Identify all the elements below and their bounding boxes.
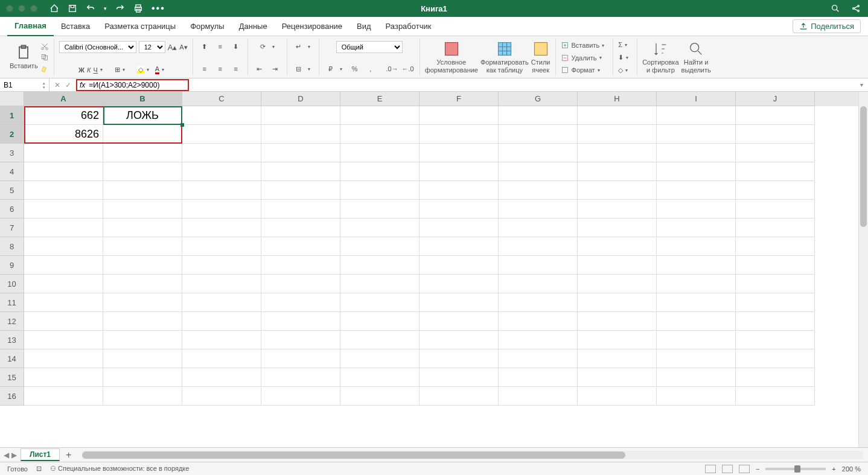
align-center-icon[interactable]: ≡ [214,63,227,74]
cell-F8[interactable] [420,237,499,256]
row-header[interactable]: 4 [0,162,24,181]
cell-J8[interactable] [736,237,815,256]
cell-H9[interactable] [578,256,657,275]
select-all-corner[interactable] [0,92,24,106]
column-header[interactable]: A [24,92,103,106]
undo-dropdown[interactable]: ▾ [104,5,107,11]
format-table-button[interactable]: Форматировать как таблицу [480,40,529,73]
cell-F12[interactable] [420,312,499,331]
cell-F5[interactable] [420,181,499,200]
cell-I10[interactable] [657,275,736,293]
row-header[interactable]: 15 [0,368,24,387]
cell-I5[interactable] [657,181,736,200]
cell-C9[interactable] [182,256,261,275]
cell-H4[interactable] [578,162,657,181]
tab-developer[interactable]: Разработчик [378,17,439,36]
cell-G8[interactable] [499,237,578,256]
maximize-window[interactable] [30,5,37,12]
fill-button[interactable]: ⬇▾ [618,54,632,62]
cell-H2[interactable] [578,125,657,144]
cell-I13[interactable] [657,331,736,349]
tab-layout[interactable]: Разметка страницы [97,17,183,36]
wrap-text-icon[interactable]: ↵ [292,41,305,52]
cell-D9[interactable] [261,256,340,275]
column-header[interactable]: F [420,92,499,106]
column-header[interactable]: E [340,92,420,106]
sort-filter-button[interactable]: Сортировка и фильтр [642,40,678,73]
comma-icon[interactable]: , [364,63,377,74]
italic-button[interactable]: К [87,66,91,74]
cell-J6[interactable] [736,200,815,218]
cell-D15[interactable] [261,368,340,387]
cell-A16[interactable] [24,387,103,406]
cell-C15[interactable] [182,368,261,387]
underline-button[interactable]: Ч [94,66,98,74]
cell-B11[interactable] [103,293,182,312]
cell-G7[interactable] [499,218,578,237]
cell-E16[interactable] [340,387,420,406]
print-icon[interactable] [133,4,143,13]
cell-A14[interactable] [24,349,103,368]
cell-G3[interactable] [499,144,578,162]
cell-H13[interactable] [578,331,657,349]
percent-icon[interactable]: % [348,63,362,74]
clear-button[interactable]: ◇▾ [618,66,631,74]
cell-C3[interactable] [182,144,261,162]
cell-E6[interactable] [340,200,420,218]
cell-I11[interactable] [657,293,736,312]
name-box[interactable]: B1 ▴▾ [0,78,49,91]
cell-C13[interactable] [182,331,261,349]
cell-D16[interactable] [261,387,340,406]
paste-button[interactable]: Вставить [10,44,38,69]
cell-F13[interactable] [420,331,499,349]
insert-cells-button[interactable]: Вставить▾ [561,41,608,49]
zoom-out-button[interactable]: − [756,465,759,473]
format-cells-button[interactable]: Формат▾ [561,66,604,74]
cell-E7[interactable] [340,218,420,237]
cell-B9[interactable] [103,256,182,275]
cell-F11[interactable] [420,293,499,312]
confirm-formula-icon[interactable]: ✓ [65,81,71,89]
font-size-select[interactable]: 12 [139,41,165,53]
column-header[interactable]: B [103,92,182,106]
undo-icon[interactable] [86,4,95,13]
column-header[interactable]: H [578,92,657,106]
sheet-tab[interactable]: Лист1 [21,448,60,461]
decrease-font-icon[interactable]: A▾ [179,43,187,51]
cell-E9[interactable] [340,256,420,275]
cell-B12[interactable] [103,312,182,331]
formula-expand-icon[interactable]: ▾ [860,81,868,88]
formula-input[interactable] [89,81,185,89]
cell-F2[interactable] [420,125,499,144]
spreadsheet-grid[interactable]: ABCDEFGHIJ 12345678910111213141516 662ЛО… [0,92,868,447]
cell-A2[interactable]: 8626 [24,125,103,144]
cell-B16[interactable] [103,387,182,406]
cell-D2[interactable] [261,125,340,144]
cell-J14[interactable] [736,349,815,368]
cell-D8[interactable] [261,237,340,256]
cell-B2[interactable] [103,125,182,144]
macro-record-icon[interactable]: ⊡ [36,465,42,473]
cell-G11[interactable] [499,293,578,312]
cell-J2[interactable] [736,125,815,144]
cell-H11[interactable] [578,293,657,312]
cell-E1[interactable] [340,106,420,125]
cell-B13[interactable] [103,331,182,349]
cell-D10[interactable] [261,275,340,293]
cell-G12[interactable] [499,312,578,331]
cell-A7[interactable] [24,218,103,237]
decrease-indent-icon[interactable]: ⇤ [253,63,266,74]
column-header[interactable]: I [657,92,736,106]
currency-icon[interactable]: ₽ [324,63,337,74]
cell-C7[interactable] [182,218,261,237]
cell-B3[interactable] [103,144,182,162]
close-window[interactable] [6,5,13,12]
cell-E12[interactable] [340,312,420,331]
cell-A5[interactable] [24,181,103,200]
cell-F9[interactable] [420,256,499,275]
vertical-scrollbar[interactable] [858,92,868,447]
cell-D6[interactable] [261,200,340,218]
cell-D1[interactable] [261,106,340,125]
cell-J3[interactable] [736,144,815,162]
cell-I1[interactable] [657,106,736,125]
